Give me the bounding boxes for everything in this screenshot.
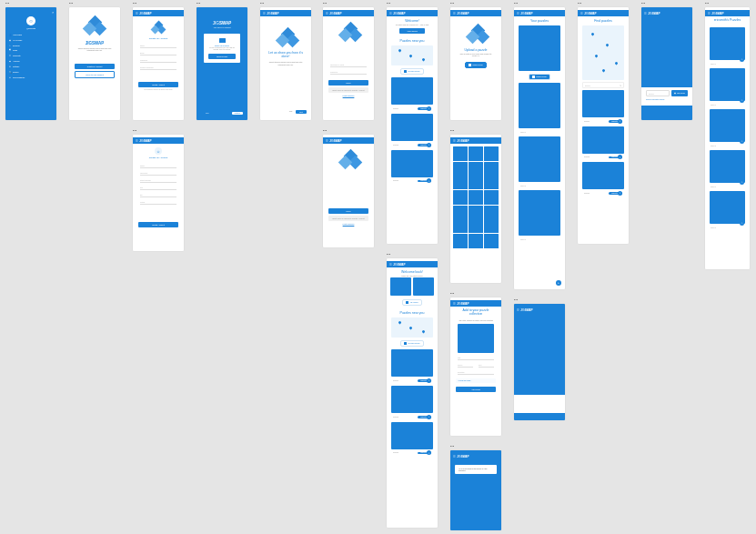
upload-preview[interactable]	[458, 324, 494, 353]
puzzle-card[interactable]	[391, 386, 433, 413]
add-puzzle-button[interactable]: Add puzzle	[456, 387, 496, 392]
continue-button[interactable]: Continue	[232, 112, 243, 115]
puzzle-card[interactable]	[391, 114, 433, 141]
grid-cell[interactable]	[484, 190, 499, 205]
upload-button[interactable]: Upload a puzzle	[465, 62, 486, 68]
menu-icon[interactable]: ☰	[517, 308, 520, 312]
grid-cell[interactable]	[484, 162, 499, 189]
email-field[interactable]: Email	[140, 52, 176, 55]
avatar[interactable]: ☺	[26, 16, 35, 25]
grid-cell[interactable]	[484, 146, 499, 161]
grid-cell[interactable]	[469, 190, 483, 205]
menu-icon[interactable]: ☰	[136, 139, 139, 143]
puzzle-card[interactable]	[391, 150, 433, 177]
owner-avatar[interactable]: ☺	[427, 378, 431, 383]
sidebar-item-feedback[interactable]: ✉Send feedback	[5, 75, 56, 80]
owner-avatar[interactable]: ☺	[427, 143, 431, 147]
owner-avatar[interactable]: ☺	[740, 180, 744, 185]
size-field[interactable]: Size	[479, 364, 494, 368]
search-input[interactable]: Search	[646, 90, 670, 96]
password-field[interactable]: Password	[140, 59, 176, 63]
puzzle-card[interactable]	[519, 190, 560, 236]
puzzle-card[interactable]	[582, 126, 624, 154]
menu-icon[interactable]: ☰	[263, 12, 267, 15]
login-no-account[interactable]: Don't have an account? Create Account	[328, 87, 368, 93]
puzzle-card[interactable]	[391, 77, 433, 105]
grid-cell[interactable]	[484, 234, 499, 248]
menu-icon[interactable]: ☰	[136, 12, 139, 15]
puzzle-card[interactable]	[519, 136, 560, 182]
puzzle-card[interactable]	[519, 83, 560, 128]
grid-cell[interactable]	[453, 190, 468, 205]
puzzle-card[interactable]	[582, 162, 624, 189]
owner-avatar[interactable]: ☺	[740, 57, 744, 62]
skip-link[interactable]: Skip	[206, 112, 209, 115]
condition-field[interactable]: Condition	[458, 371, 494, 375]
upload-chip[interactable]: Upload a puzzle	[529, 74, 549, 80]
skip-link[interactable]: Skip	[289, 110, 293, 114]
forgot-link[interactable]: Forgot password?	[323, 223, 374, 226]
name-field[interactable]: Name	[140, 165, 176, 168]
puzzle-card[interactable]	[391, 349, 433, 377]
menu-icon[interactable]: ☰	[453, 12, 457, 15]
name-field[interactable]: Name	[140, 45, 176, 48]
see-all-link[interactable]: See all of ericsmith's puzzles	[641, 96, 692, 100]
grid-cell[interactable]	[453, 162, 468, 189]
login-no-account[interactable]: Don't have an account? Create Account	[328, 216, 368, 221]
login-submit[interactable]: Log in	[328, 208, 368, 214]
forgot-link[interactable]: Forgot password?	[323, 95, 374, 97]
grid-cell[interactable]	[453, 234, 468, 248]
avatar-placeholder[interactable]: ☺	[155, 147, 162, 155]
menu-icon[interactable]: ☰	[644, 12, 648, 15]
search-input[interactable]: Search	[582, 82, 624, 88]
grid-cell[interactable]	[469, 234, 483, 248]
address-field[interactable]: Street address	[140, 179, 176, 183]
menu-icon[interactable]: ☰	[517, 12, 520, 15]
menu-icon[interactable]: ☰	[326, 139, 329, 143]
grid-cell[interactable]	[469, 206, 483, 233]
grid-cell[interactable]	[469, 162, 483, 189]
puzzle-card[interactable]	[710, 191, 745, 224]
map[interactable]	[391, 317, 433, 338]
grid-cell[interactable]	[413, 277, 434, 296]
grid-cell[interactable]	[453, 206, 468, 233]
username-field[interactable]: Username	[140, 172, 176, 176]
puzzle-card[interactable]	[519, 25, 560, 71]
grid-cell[interactable]	[469, 146, 483, 161]
next-button[interactable]: Next	[296, 110, 307, 114]
puzzle-card[interactable]	[710, 27, 745, 60]
close-icon[interactable]: ×	[5, 10, 56, 15]
menu-icon[interactable]: ☰	[580, 12, 584, 15]
owner-avatar[interactable]: ☺	[618, 119, 622, 124]
find-more-chip[interactable]: Find more puzzles	[400, 68, 423, 75]
fab-add[interactable]: +	[556, 280, 561, 286]
owner-avatar[interactable]: ☺	[427, 106, 431, 111]
zip-field[interactable]: Zip	[140, 194, 176, 197]
menu-icon[interactable]: ☰	[453, 302, 457, 306]
login-user-field[interactable]: Username or email	[330, 64, 367, 67]
menu-icon[interactable]: ☰	[453, 455, 457, 458]
pieces-field[interactable]: Pieces	[458, 364, 473, 368]
map[interactable]	[582, 25, 624, 80]
find-button[interactable]: ▦Find puzzles	[671, 90, 688, 96]
puzzle-card[interactable]	[710, 109, 745, 142]
grid-cell[interactable]	[453, 146, 468, 161]
add-puzzle-button[interactable]: Add a puzzle	[399, 28, 425, 34]
create-account-button[interactable]: Create an Account	[75, 64, 115, 69]
map[interactable]	[391, 45, 433, 65]
owner-avatar[interactable]: ☺	[618, 191, 622, 196]
owner-avatar[interactable]: ☺	[740, 221, 744, 226]
owner-avatar[interactable]: ☺	[740, 98, 744, 103]
menu-icon[interactable]: ☰	[708, 12, 711, 15]
grid-cell[interactable]	[390, 277, 411, 296]
add-puzzle-chip[interactable]: Add a puzzle	[402, 299, 421, 306]
puzzle-card[interactable]	[582, 90, 624, 117]
puzzle-card[interactable]	[710, 150, 745, 183]
login-button[interactable]: Log in to your account	[75, 71, 115, 78]
menu-icon[interactable]: ☰	[389, 263, 393, 267]
menu-icon[interactable]: ☰	[453, 139, 457, 143]
find-more-chip[interactable]: Find more puzzles	[400, 340, 423, 347]
resend-button[interactable]: Resend email	[208, 54, 236, 59]
menu-icon[interactable]: ☰	[389, 12, 393, 15]
create-submit-button[interactable]: Create Account	[138, 222, 178, 227]
